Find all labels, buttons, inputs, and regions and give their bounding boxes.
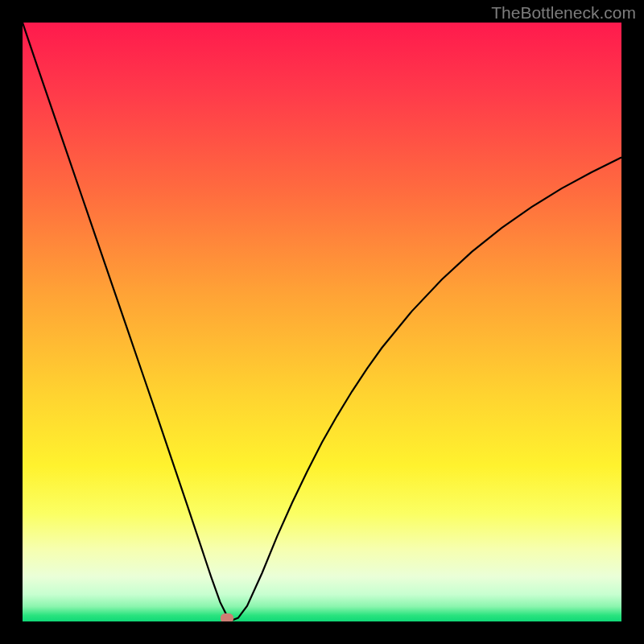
plot-area [23,23,621,621]
chart-frame: TheBottleneck.com [0,0,644,644]
curve-layer [23,23,621,621]
watermark-text: TheBottleneck.com [491,3,636,23]
optimal-point-marker [221,613,233,621]
bottleneck-curve [23,23,621,621]
